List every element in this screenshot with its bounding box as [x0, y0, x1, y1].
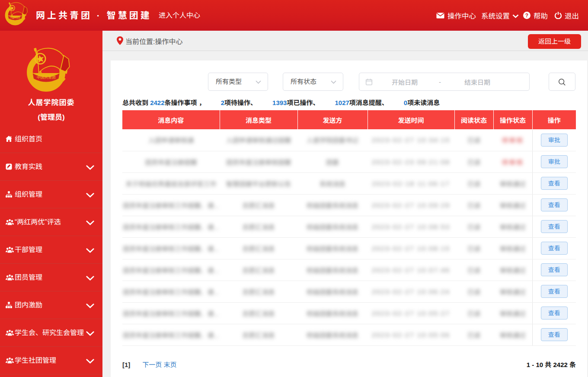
svg-text:中国共青团: 中国共青团 [10, 16, 20, 19]
svg-text:?: ? [525, 13, 528, 19]
svg-text:中国共青团: 中国共青团 [37, 74, 56, 80]
